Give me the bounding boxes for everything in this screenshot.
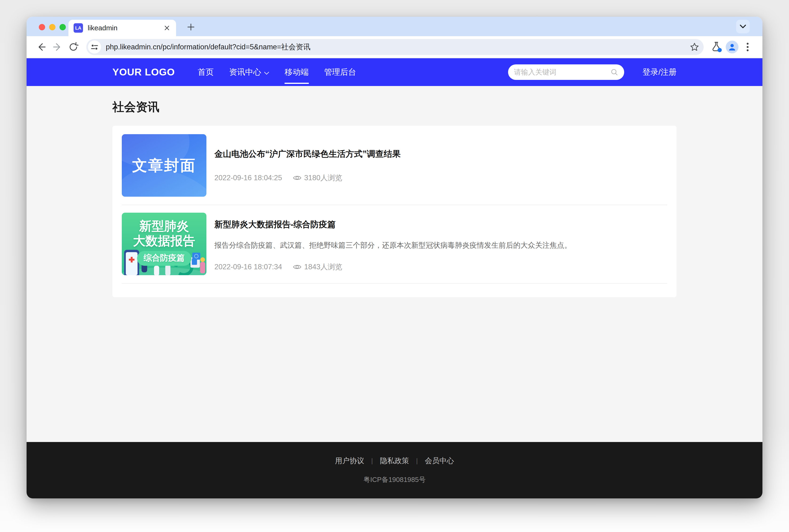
experiments-flask-icon[interactable] bbox=[710, 40, 724, 54]
thumbnail-caption: 文章封面 bbox=[132, 155, 196, 176]
nav-item-label: 移动端 bbox=[285, 67, 309, 78]
nav-item-home[interactable]: 首页 bbox=[190, 67, 222, 78]
tab-close-icon[interactable] bbox=[163, 24, 171, 32]
browser-window: LA likeadmin bbox=[26, 17, 763, 498]
thumbnail-caption: 大数据报告 bbox=[133, 233, 195, 248]
zoom-window-button[interactable] bbox=[59, 24, 66, 30]
tab-search-button[interactable] bbox=[736, 20, 750, 33]
page-title: 社会资讯 bbox=[112, 99, 677, 115]
site-info-icon[interactable] bbox=[88, 40, 101, 54]
article-list-item[interactable]: 新型肺炎 大数据报告 综合防疫篇 bbox=[122, 213, 667, 284]
new-tab-button[interactable] bbox=[185, 21, 197, 33]
search-icon[interactable] bbox=[610, 69, 618, 76]
article-views: 1843人浏览 bbox=[304, 262, 342, 272]
nav-item-news-center[interactable]: 资讯中心 bbox=[222, 67, 277, 78]
url-bar[interactable]: php.likeadmin.cn/pc/information/default?… bbox=[86, 39, 704, 55]
article-list-card: 文章封面 金山电池公布“沪广深市民绿色生活方式”调查结果 2022-09-16 … bbox=[112, 126, 677, 297]
url-text[interactable]: php.likeadmin.cn/pc/information/default?… bbox=[106, 42, 689, 52]
article-meta: 2022-09-16 18:04:25 3180人浏览 bbox=[214, 173, 667, 183]
reload-icon[interactable] bbox=[67, 40, 80, 54]
article-title[interactable]: 新型肺炎大数据报告-综合防疫篇 bbox=[214, 213, 667, 230]
article-meta: 2022-09-16 18:07:34 1843人浏览 bbox=[214, 262, 667, 272]
tab-title: likeadmin bbox=[88, 24, 163, 32]
search-input[interactable] bbox=[514, 68, 610, 76]
close-window-button[interactable] bbox=[39, 24, 45, 30]
nav-menu: 首页 资讯中心 移动端 管理后台 bbox=[190, 67, 364, 78]
footer-links: 用户协议 | 隐私政策 | 会员中心 bbox=[335, 456, 454, 466]
thumbnail-badge: 综合防疫篇 bbox=[137, 251, 191, 266]
nav-item-label: 资讯中心 bbox=[229, 67, 261, 78]
thumbnail-caption: 新型肺炎 bbox=[139, 219, 189, 233]
chevron-down-icon bbox=[264, 68, 269, 77]
article-description: 报告分综合防疫篇、武汉篇、拒绝野味篇三个部分，还原本次新型冠状病毒肺炎疫情发生前… bbox=[214, 240, 667, 250]
back-icon[interactable] bbox=[35, 40, 48, 54]
page-body: 社会资讯 文章封面 金山电池公布“沪广深市民绿色生活方式”调查结果 2022-0… bbox=[26, 86, 763, 442]
footer-link-user-agreement[interactable]: 用户协议 bbox=[335, 456, 364, 466]
footer-link-member-center[interactable]: 会员中心 bbox=[425, 456, 454, 466]
nav-item-admin[interactable]: 管理后台 bbox=[316, 67, 364, 78]
article-date: 2022-09-16 18:07:34 bbox=[214, 263, 282, 271]
footer-separator: | bbox=[416, 457, 418, 464]
nav-item-label: 管理后台 bbox=[324, 67, 356, 78]
minimize-window-button[interactable] bbox=[49, 24, 55, 30]
tab-favicon: LA bbox=[74, 23, 83, 33]
site-logo[interactable]: YOUR LOGO bbox=[112, 66, 175, 78]
article-list-item[interactable]: 文章封面 金山电池公布“沪广深市民绿色生活方式”调查结果 2022-09-16 … bbox=[122, 134, 667, 205]
article-thumbnail[interactable]: 文章封面 bbox=[122, 134, 206, 197]
article-title[interactable]: 金山电池公布“沪广深市民绿色生活方式”调查结果 bbox=[214, 134, 667, 160]
eye-icon bbox=[293, 175, 301, 181]
nav-item-label: 首页 bbox=[198, 67, 214, 78]
profile-avatar[interactable] bbox=[726, 41, 738, 53]
active-nav-underline bbox=[284, 83, 309, 84]
login-register-link[interactable]: 登录/注册 bbox=[642, 67, 677, 78]
forward-icon[interactable] bbox=[51, 40, 64, 54]
nav-item-mobile[interactable]: 移动端 bbox=[277, 67, 316, 78]
site-navbar: YOUR LOGO 首页 资讯中心 移动端 管理后台 bbox=[26, 58, 763, 86]
footer-link-privacy-policy[interactable]: 隐私政策 bbox=[380, 456, 409, 466]
browser-tab[interactable]: LA likeadmin bbox=[69, 20, 176, 36]
tab-strip: LA likeadmin bbox=[26, 17, 763, 36]
bookmark-star-icon[interactable] bbox=[689, 41, 700, 53]
search-box[interactable] bbox=[508, 64, 624, 80]
site-footer: 用户协议 | 隐私政策 | 会员中心 粤ICP备19081985号 bbox=[26, 442, 763, 498]
footer-icp: 粤ICP备19081985号 bbox=[363, 475, 426, 484]
footer-separator: | bbox=[371, 457, 373, 464]
article-thumbnail[interactable]: 新型肺炎 大数据报告 综合防疫篇 bbox=[122, 213, 206, 275]
eye-icon bbox=[293, 264, 301, 270]
article-views: 3180人浏览 bbox=[304, 173, 342, 183]
article-date: 2022-09-16 18:04:25 bbox=[214, 174, 282, 182]
traffic-lights bbox=[39, 24, 66, 30]
browser-menu-icon[interactable] bbox=[741, 40, 754, 54]
browser-toolbar: php.likeadmin.cn/pc/information/default?… bbox=[26, 36, 763, 58]
